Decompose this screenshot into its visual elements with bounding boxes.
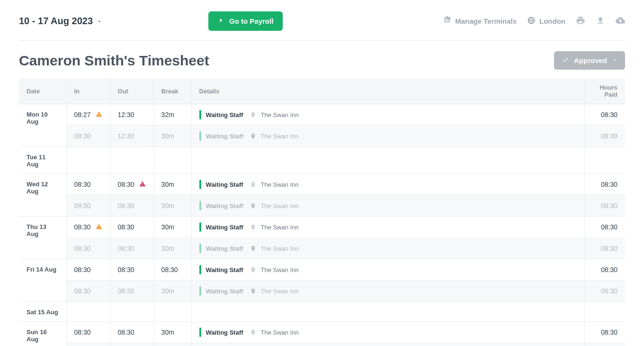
chevron-down-icon [612,56,617,64]
out-cell[interactable]: 12:30 [110,126,153,147]
empty-cell [584,147,625,174]
break-value: 30m [161,132,174,140]
empty-cell [66,147,110,174]
break-cell[interactable]: 32m [153,104,191,126]
approved-label: Approved [574,56,607,64]
table-row[interactable]: 08:3012:3030mWaiting StaffThe Swan Inn08… [19,126,625,147]
approved-button[interactable]: Approved [554,51,625,70]
empty-cell [191,302,584,322]
break-cell[interactable]: 08:30 [153,259,191,281]
details-cell[interactable]: Waiting StaffThe Swan Inn [191,126,584,147]
in-cell[interactable]: 08:30 [66,238,110,259]
break-cell[interactable]: 30m [153,126,191,147]
warning-orange-icon [96,223,102,231]
hours-paid-value: 08:30 [601,223,617,231]
hours-paid-value: 08:30 [601,202,617,209]
in-cell[interactable]: 08:30 [66,322,110,343]
manage-terminals-link[interactable]: Manage Terminals [443,16,517,26]
out-cell[interactable]: 08:30 [110,281,153,302]
col-break: Break [153,78,191,104]
break-cell[interactable]: 30m [153,322,191,343]
table-row[interactable]: Tue 11 Aug [19,147,625,174]
location-label: The Swan Inn [261,133,299,140]
table-row[interactable]: Wed 12 Aug08:3008:3030mWaiting StaffThe … [19,174,625,195]
details-cell[interactable]: Waiting StaffThe Swan Inn [191,322,584,343]
out-cell[interactable]: 08:30 [110,217,153,238]
table-row[interactable]: Thu 13 Aug08:3008:3030mWaiting StaffThe … [19,217,625,238]
in-time: 08:30 [74,181,91,188]
table-row[interactable]: 08:3008:3030mWaiting StaffThe Swan Inn08… [19,238,625,259]
table-row[interactable]: 08:5008:3030mWaiting StaffThe Swan Inn08… [19,195,625,217]
date-cell: Thu 13 Aug [19,217,66,259]
role-bar [199,286,201,296]
out-cell[interactable]: 08:30 [110,238,153,259]
role-label: Waiting Staff [206,329,243,336]
break-cell[interactable]: 30m [153,174,191,195]
in-time: 08:30 [74,245,91,252]
upload-button[interactable] [596,16,605,27]
in-cell[interactable]: 08:30 [66,174,110,195]
role-bar [199,201,201,210]
out-time: 08:30 [118,328,134,336]
break-cell[interactable]: 30m [153,217,191,238]
out-cell[interactable]: 08:30 [110,343,153,346]
check-icon [562,56,569,65]
break-cell[interactable]: 30m [153,238,191,259]
empty-cell [191,147,584,174]
in-cell[interactable]: 08:30 [66,259,110,281]
location-selector[interactable]: London [527,16,565,26]
topbar-left: 10 - 17 Aug 2023 Go to Payroll [19,11,283,31]
hours-paid-value: 08:30 [601,328,617,336]
in-cell[interactable]: 08:30 [66,217,110,238]
empty-cell [66,302,110,322]
details-cell[interactable]: Waiting StaffThe Swan Inn [191,238,584,259]
in-time: 08:30 [74,287,91,295]
role-label: Waiting Staff [206,224,243,231]
out-cell[interactable]: 12:30 [110,104,153,126]
details-cell[interactable]: Waiting StaffThe Swan Inn [191,104,584,126]
hours-paid-cell: 08:30 [584,104,625,126]
details-cell[interactable]: Waiting StaffThe Swan Inn [191,217,584,238]
in-cell[interactable]: 08:30 [66,281,110,302]
location-pin-icon [250,246,256,252]
in-cell[interactable]: 08:50 [66,195,110,217]
role-bar [199,265,201,274]
details-cell[interactable]: Waiting StaffThe Swan Inn [191,174,584,195]
details-cell[interactable]: Waiting StaffThe Swan Inn [191,343,584,346]
details-cell[interactable]: Waiting StaffThe Swan Inn [191,281,584,302]
break-value: 08:30 [161,266,178,273]
table-row[interactable]: Sun 16 Aug08:3008:3030mWaiting StaffThe … [19,322,625,343]
details-cell[interactable]: Waiting StaffThe Swan Inn [191,259,584,281]
col-date: Date [19,78,66,104]
topbar-right: Manage Terminals London [443,16,625,27]
break-value: 30m [161,181,174,188]
out-cell[interactable]: 08:30 [110,259,153,281]
out-cell[interactable]: 08:30 [110,174,153,195]
in-time: 08:50 [74,202,91,209]
empty-cell [110,147,153,174]
in-cell[interactable]: 08:27 [66,104,110,126]
table-row[interactable]: Sat 15 Aug [19,302,625,322]
out-cell[interactable]: 08:30 [110,195,153,217]
break-cell[interactable]: 30m [153,343,191,346]
date-range-selector[interactable]: 10 - 17 Aug 2023 [19,16,102,27]
hours-paid-cell: 08:30 [584,217,625,238]
table-row[interactable]: Fri 14 Aug08:3008:3008:30Waiting StaffTh… [19,259,625,281]
download-button[interactable] [616,16,625,27]
print-button[interactable] [576,16,585,27]
break-cell[interactable]: 30m [153,195,191,217]
out-time: 08:30 [118,223,134,231]
details-cell[interactable]: Waiting StaffThe Swan Inn [191,195,584,217]
in-cell[interactable]: 08:30 [66,126,110,147]
date-cell: Tue 11 Aug [19,147,66,174]
table-row[interactable]: 08:3008:3030mWaiting StaffThe Swan Inn08… [19,281,625,302]
break-cell[interactable]: 30m [153,281,191,302]
table-row[interactable]: 08:3008:3030mWaiting StaffThe Swan Inn08… [19,343,625,346]
table-row[interactable]: Mon 10 Aug08:2712:3032mWaiting StaffThe … [19,104,625,126]
out-cell[interactable]: 08:30 [110,322,153,343]
location-pin-icon [250,267,256,273]
in-cell[interactable]: 08:30 [66,343,110,346]
go-to-payroll-button[interactable]: Go to Payroll [208,11,283,31]
break-value: 30m [161,223,174,231]
location-pin-icon [250,329,256,336]
